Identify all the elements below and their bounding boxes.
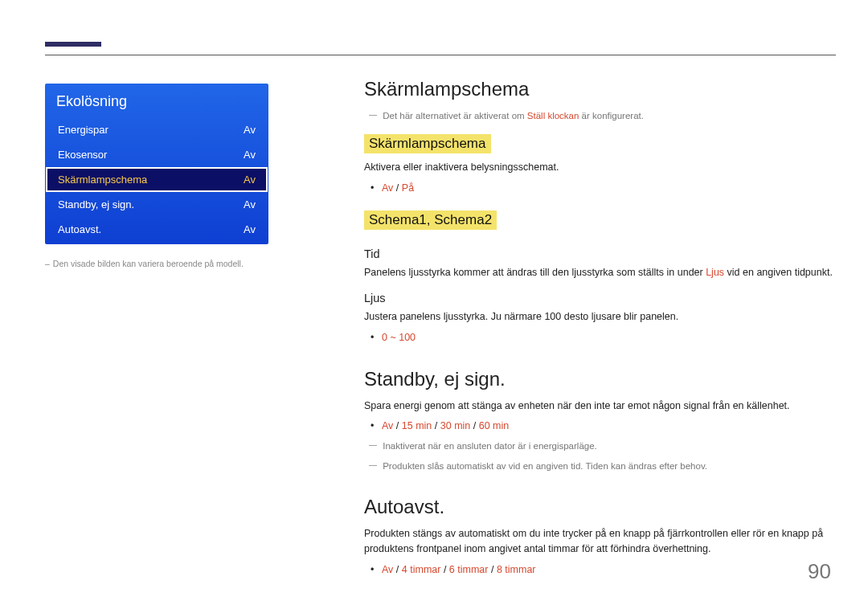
note-text: Produkten slås automatiskt av vid en ang… <box>383 461 707 471</box>
opt: Av <box>382 420 393 431</box>
subheading-tid: Tid <box>364 247 833 260</box>
menu-item-label: Ekosensor <box>58 149 107 161</box>
note-text-red: Ställ klockan <box>527 111 579 121</box>
menu-item-label: Standby, ej sign. <box>58 198 134 210</box>
subheading-skarmlampschema: Skärmlampschema <box>364 134 491 153</box>
heading-autoavst: Autoavst. <box>364 496 833 518</box>
note-text-b: är konfigurerat. <box>579 111 644 121</box>
note-dash-icon: ― <box>369 460 377 469</box>
option-range: 0 ~ 100 <box>382 332 416 343</box>
option-av: Av <box>382 182 393 194</box>
menu-item-skarmlampschema[interactable]: Skärmlampschema Av <box>47 168 267 191</box>
menu-item-standby[interactable]: Standby, ej sign. Av <box>47 193 267 216</box>
menu-item-autoavst[interactable]: Autoavst. Av <box>47 218 267 241</box>
note-dash-icon: ― <box>369 440 377 449</box>
osd-menu-panel: Ekolösning Energispar Av Ekosensor Av Sk… <box>45 84 268 244</box>
body-tid-b: vid en angiven tidpunkt. <box>724 267 833 278</box>
body-skarmlampschema: Aktivera eller inaktivera belysningssche… <box>364 160 833 175</box>
menu-item-value: Av <box>244 223 256 235</box>
page: Ekolösning Energispar Av Ekosensor Av Sk… <box>0 0 868 613</box>
footnote-text: Den visade bilden kan variera beroende p… <box>53 259 244 268</box>
note-standby-2: ― Produkten slås automatiskt av vid en a… <box>364 459 833 473</box>
body-tid-red: Ljus <box>706 267 724 278</box>
opt: 30 min <box>440 420 471 431</box>
option-line: 0 ~ 100 <box>382 329 833 345</box>
opt: 15 min <box>402 420 432 431</box>
menu-item-label: Autoavst. <box>58 223 101 235</box>
menu-item-label: Skärmlampschema <box>58 174 147 186</box>
body-autoavst: Produkten stängs av automatiskt om du in… <box>364 526 833 557</box>
option-sep: / <box>393 182 401 194</box>
sep: / <box>393 420 401 431</box>
heading-skarmlampschema: Skärmlampschema <box>364 78 833 100</box>
menu-item-ekosensor[interactable]: Ekosensor Av <box>47 143 267 166</box>
menu-item-value: Av <box>244 149 256 161</box>
header-accent <box>45 42 101 47</box>
opt: 6 timmar <box>449 564 489 575</box>
note-dash-icon: ― <box>369 110 377 119</box>
menu-item-label: Energispar <box>58 124 108 136</box>
option-line: Av / 4 timmar / 6 timmar / 8 timmar <box>382 562 833 578</box>
body-ljus: Justera panelens ljusstyrka. Ju närmare … <box>364 309 833 325</box>
body-standby: Spara energi genom att stänga av enheten… <box>364 398 833 414</box>
options-0-100: 0 ~ 100 <box>364 329 833 345</box>
option-line: Av / På <box>382 180 833 196</box>
osd-menu-title: Ekolösning <box>45 84 268 118</box>
subheading-schema12: Schema1, Schema2 <box>364 210 497 230</box>
note-stall-klockan: ― Det här alternativet är aktiverat om S… <box>364 108 833 123</box>
sidebar-footnote: –Den visade bilden kan variera beroende … <box>45 259 268 268</box>
opt: 4 timmar <box>402 564 441 575</box>
footnote-dash: – <box>45 259 50 268</box>
osd-menu-list: Energispar Av Ekosensor Av Skärmlampsche… <box>45 118 268 241</box>
sep: / <box>470 420 478 431</box>
note-standby-1: ― Inaktiverat när en ansluten dator är i… <box>364 439 833 453</box>
menu-item-value: Av <box>244 124 256 136</box>
body-tid-a: Panelens ljusstyrka kommer att ändras ti… <box>364 267 706 278</box>
opt: 60 min <box>479 420 510 431</box>
page-number: 90 <box>808 559 831 584</box>
options-standby: Av / 15 min / 30 min / 60 min <box>364 418 833 434</box>
menu-item-value: Av <box>244 198 256 210</box>
header-rule <box>45 55 836 55</box>
opt: 8 timmar <box>497 564 536 575</box>
note-text: Inaktiverat när en ansluten dator är i e… <box>383 441 597 451</box>
sidebar: Ekolösning Energispar Av Ekosensor Av Sk… <box>45 84 268 268</box>
option-line: Av / 15 min / 30 min / 60 min <box>382 418 833 434</box>
menu-item-energispar[interactable]: Energispar Av <box>47 118 267 141</box>
sep: / <box>488 564 496 575</box>
menu-item-value: Av <box>244 174 256 186</box>
sep: / <box>393 564 401 575</box>
subheading-ljus: Ljus <box>364 292 833 304</box>
options-av-pa: Av / På <box>364 180 833 196</box>
opt: Av <box>382 564 393 575</box>
sep: / <box>440 564 448 575</box>
option-pa: På <box>402 182 414 194</box>
note-text-a: Det här alternativet är aktiverat om <box>383 111 527 121</box>
heading-standby: Standby, ej sign. <box>364 368 833 390</box>
body-tid: Panelens ljusstyrka kommer att ändras ti… <box>364 265 833 280</box>
content-area: Skärmlampschema ― Det här alternativet ä… <box>364 78 833 581</box>
options-autoavst: Av / 4 timmar / 6 timmar / 8 timmar <box>364 562 833 578</box>
sep: / <box>432 420 440 431</box>
